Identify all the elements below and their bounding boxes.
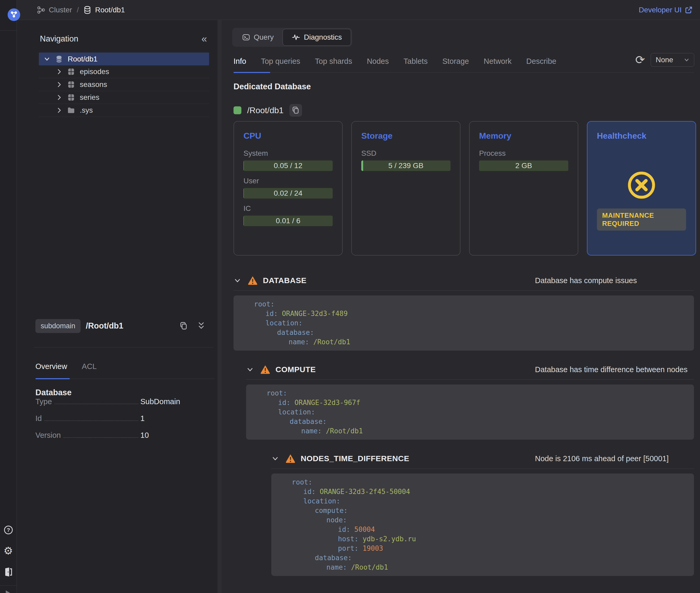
metric-label: System [244, 149, 333, 158]
issue-header[interactable]: COMPUTE Database has time difference bet… [246, 361, 694, 378]
settings-button[interactable]: ⚙ [3, 545, 14, 556]
help-button[interactable]: ? [3, 524, 14, 536]
chevron-right-icon[interactable] [56, 81, 62, 88]
tab-tablets[interactable]: Tablets [403, 55, 428, 73]
copy-icon [179, 321, 188, 330]
issue-title: DATABASE [263, 276, 306, 285]
panel-resizer[interactable] [218, 20, 222, 593]
folder-icon [67, 106, 76, 115]
progress-bar: 0.02 / 24 [244, 188, 333, 199]
breadcrumb-entity[interactable]: Root/db1 [95, 6, 125, 14]
database-status-indicator [233, 106, 242, 114]
diagnostics-view-label: Diagnostics [304, 33, 342, 41]
breadcrumb-cluster-link[interactable]: Cluster [49, 6, 72, 14]
cpu-card[interactable]: CPU System 0.05 / 12 User 0.02 / 24 [233, 121, 343, 255]
diagnostics-view-button[interactable]: Diagnostics [282, 29, 351, 46]
tab-overview[interactable]: Overview [35, 362, 67, 379]
memory-card[interactable]: Memory Process 2 GB [469, 121, 578, 255]
progress-bar: 0.05 / 12 [244, 160, 333, 171]
copy-database-path-button[interactable] [290, 104, 302, 117]
tree-item-root[interactable]: Root/db1 [39, 52, 209, 66]
navigation-header: Navigation « [40, 32, 207, 46]
code-line: database: [267, 417, 688, 426]
issue-message: Database has compute issues [535, 276, 637, 285]
chevron-down-icon[interactable] [246, 365, 254, 373]
progress-bar: 2 GB [479, 160, 568, 171]
database-path: /Root/db1 [247, 106, 283, 115]
field-label: Id [35, 414, 42, 423]
breadcrumb-separator: / [77, 6, 79, 14]
chevron-down-icon[interactable] [233, 277, 242, 284]
terminal-icon [242, 33, 250, 41]
page-title: Dedicated Database [233, 82, 311, 91]
healthcheck-status-badge: MAINTENANCE REQUIRED [597, 208, 686, 231]
tree-item-seasons[interactable]: seasons [39, 78, 209, 91]
query-view-button[interactable]: Query [233, 29, 282, 46]
tree-item-series[interactable]: series [39, 91, 209, 104]
chevron-right-icon[interactable] [56, 107, 62, 113]
external-link-icon [685, 6, 693, 14]
object-summary-header: subdomain /Root/db1 [35, 318, 213, 333]
storage-card[interactable]: Storage SSD 5 / 239 GB [351, 121, 461, 255]
autorefresh-select[interactable]: None [651, 53, 694, 67]
chevron-right-icon[interactable] [56, 69, 62, 75]
progress-bar: 5 / 239 GB [361, 160, 450, 171]
summary-divider [34, 347, 213, 348]
table-icon [67, 93, 76, 102]
tab-storage[interactable]: Storage [442, 55, 469, 73]
cpu-metric-system: System 0.05 / 12 [244, 149, 333, 171]
cpu-metric-ic: IC 0.01 / 6 [244, 204, 333, 226]
metric-label: SSD [361, 149, 450, 158]
logout-button[interactable] [3, 566, 14, 578]
collapse-summary-button[interactable] [197, 321, 206, 330]
chevron-right-icon[interactable] [56, 94, 62, 101]
tab-info[interactable]: Info [233, 55, 246, 73]
expand-panel-button[interactable] [3, 588, 14, 593]
progress-value: 0.05 / 12 [244, 160, 333, 171]
metric-label: User [244, 177, 333, 185]
issue-divider [246, 380, 694, 380]
issue-header[interactable]: DATABASE Database has compute issues [233, 272, 694, 289]
warning-icon [260, 364, 270, 374]
copy-path-button[interactable] [179, 321, 188, 330]
object-type-badge: subdomain [35, 319, 81, 333]
navigation-title: Navigation [40, 34, 78, 44]
issue-header[interactable]: NODES_TIME_DIFFERENCE Node is 2106 ms ah… [271, 450, 694, 467]
developer-ui-label: Developer UI [639, 6, 682, 14]
question-icon: ? [3, 525, 14, 535]
tab-top-queries[interactable]: Top queries [261, 55, 300, 73]
object-summary-panel: subdomain /Root/db1 [17, 318, 218, 448]
code-line: database: [292, 553, 688, 562]
summary-field-version: Version 10 [35, 431, 213, 448]
code-line: root: [254, 300, 688, 309]
tree-item-episodes[interactable]: episodes [39, 66, 209, 78]
memory-metric-process: Process 2 GB [479, 149, 568, 171]
chevron-down-icon[interactable] [271, 454, 279, 463]
database-icon [83, 6, 91, 14]
collapse-panel-icon[interactable]: « [202, 34, 207, 44]
code-line: id: 50004 [292, 525, 688, 534]
tab-acl[interactable]: ACL [82, 362, 96, 379]
refresh-button[interactable]: ⟳ [635, 54, 645, 66]
query-view-label: Query [254, 33, 274, 41]
issue-details-code: root:id: ORANGE-32d3-2f45-50004location:… [271, 474, 694, 576]
tab-nodes[interactable]: Nodes [367, 55, 389, 73]
code-line: name: /Root/db1 [254, 337, 688, 347]
code-line: database: [254, 328, 688, 337]
top-header: Cluster / Root/db1 Developer UI [17, 0, 700, 20]
developer-ui-link[interactable]: Developer UI [639, 6, 693, 14]
object-path: /Root/db1 [86, 321, 123, 331]
dotted-leader [63, 437, 138, 438]
tab-describe[interactable]: Describe [526, 55, 556, 73]
chevron-down-icon[interactable] [44, 56, 50, 63]
progress-bar: 0.01 / 6 [244, 215, 333, 226]
ydb-logo[interactable] [8, 8, 20, 21]
storage-metric-ssd: SSD 5 / 239 GB [361, 149, 450, 171]
healthcheck-issues: DATABASE Database has compute issues roo… [233, 262, 694, 576]
progress-value: 0.02 / 24 [244, 188, 333, 199]
healthcheck-card[interactable]: Healthcheck MAINTENANCE REQUIRED [587, 121, 696, 255]
tab-network[interactable]: Network [484, 55, 511, 73]
tree-item-sys[interactable]: .sys [39, 104, 209, 117]
rail-divider [0, 585, 17, 586]
tab-top-shards[interactable]: Top shards [315, 55, 352, 73]
